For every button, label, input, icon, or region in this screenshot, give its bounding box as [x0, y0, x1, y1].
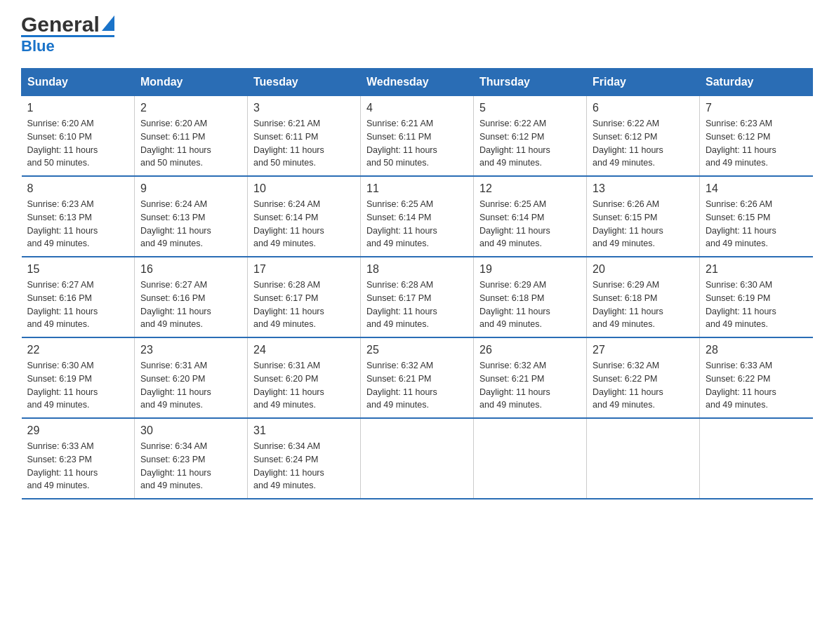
sunrise-label: Sunrise: 6:20 AM [27, 119, 94, 128]
sunrise-label: Sunrise: 6:25 AM [479, 199, 546, 209]
daylight-label: Daylight: 11 hours [140, 387, 211, 397]
calendar-day-cell: 10 Sunrise: 6:24 AM Sunset: 6:14 PM Dayl… [248, 176, 361, 257]
sunset-label: Sunset: 6:15 PM [593, 213, 657, 222]
calendar-day-cell: 24 Sunrise: 6:31 AM Sunset: 6:20 PM Dayl… [248, 337, 361, 418]
daylight-label: Daylight: 11 hours [366, 226, 437, 236]
sunset-label: Sunset: 6:22 PM [593, 374, 657, 384]
day-info: Sunrise: 6:20 AM Sunset: 6:10 PM Dayligh… [27, 117, 129, 170]
day-number: 21 [706, 263, 807, 276]
day-number: 7 [706, 102, 807, 114]
daylight-cont: and 49 minutes. [27, 481, 90, 490]
day-number: 16 [140, 263, 241, 276]
sunrise-label: Sunrise: 6:23 AM [706, 119, 772, 128]
daylight-label: Daylight: 11 hours [253, 468, 324, 478]
daylight-cont: and 49 minutes. [253, 239, 316, 248]
svg-marker-0 [102, 15, 114, 31]
day-info: Sunrise: 6:25 AM Sunset: 6:14 PM Dayligh… [366, 198, 468, 250]
calendar-day-cell: 9 Sunrise: 6:24 AM Sunset: 6:13 PM Dayli… [135, 176, 248, 257]
day-info: Sunrise: 6:31 AM Sunset: 6:20 PM Dayligh… [253, 359, 355, 412]
day-info: Sunrise: 6:33 AM Sunset: 6:23 PM Dayligh… [27, 440, 129, 492]
daylight-cont: and 49 minutes. [479, 400, 542, 410]
day-number: 28 [706, 344, 807, 356]
day-of-week-header: Wednesday [361, 69, 474, 96]
day-number: 27 [593, 344, 694, 356]
daylight-cont: and 49 minutes. [479, 239, 542, 248]
daylight-cont: and 49 minutes. [27, 319, 90, 329]
day-info: Sunrise: 6:32 AM Sunset: 6:21 PM Dayligh… [366, 359, 468, 412]
daylight-label: Daylight: 11 hours [27, 468, 98, 478]
page-header: General Blue [21, 14, 813, 54]
day-number: 24 [253, 344, 355, 356]
daylight-cont: and 49 minutes. [706, 400, 768, 410]
sunrise-label: Sunrise: 6:27 AM [140, 280, 207, 290]
logo: General Blue [21, 14, 114, 54]
calendar-day-cell: 22 Sunrise: 6:30 AM Sunset: 6:19 PM Dayl… [22, 337, 135, 418]
sunset-label: Sunset: 6:16 PM [27, 293, 92, 303]
daylight-cont: and 49 minutes. [593, 319, 655, 329]
daylight-label: Daylight: 11 hours [706, 145, 776, 155]
day-info: Sunrise: 6:21 AM Sunset: 6:11 PM Dayligh… [366, 117, 468, 170]
daylight-cont: and 49 minutes. [27, 239, 90, 248]
daylight-label: Daylight: 11 hours [593, 307, 663, 316]
daylight-cont: and 49 minutes. [366, 239, 429, 248]
daylight-label: Daylight: 11 hours [253, 387, 324, 397]
day-number: 18 [366, 263, 468, 276]
calendar-day-cell: 14 Sunrise: 6:26 AM Sunset: 6:15 PM Dayl… [700, 176, 813, 257]
daylight-label: Daylight: 11 hours [140, 307, 211, 316]
sunrise-label: Sunrise: 6:26 AM [706, 199, 772, 209]
sunrise-label: Sunrise: 6:24 AM [140, 199, 207, 209]
day-info: Sunrise: 6:30 AM Sunset: 6:19 PM Dayligh… [706, 279, 807, 331]
day-info: Sunrise: 6:32 AM Sunset: 6:22 PM Dayligh… [593, 359, 694, 412]
sunset-label: Sunset: 6:17 PM [366, 293, 431, 303]
sunset-label: Sunset: 6:14 PM [366, 213, 431, 222]
daylight-cont: and 50 minutes. [140, 158, 203, 168]
calendar-day-cell: 1 Sunrise: 6:20 AM Sunset: 6:10 PM Dayli… [22, 96, 135, 177]
day-info: Sunrise: 6:22 AM Sunset: 6:12 PM Dayligh… [479, 117, 581, 170]
days-of-week-row: SundayMondayTuesdayWednesdayThursdayFrid… [22, 69, 813, 96]
day-info: Sunrise: 6:23 AM Sunset: 6:12 PM Dayligh… [706, 117, 807, 170]
daylight-label: Daylight: 11 hours [140, 145, 211, 155]
daylight-label: Daylight: 11 hours [27, 145, 98, 155]
daylight-label: Daylight: 11 hours [479, 145, 550, 155]
calendar-week-row: 15 Sunrise: 6:27 AM Sunset: 6:16 PM Dayl… [22, 257, 813, 337]
sunset-label: Sunset: 6:19 PM [27, 374, 92, 384]
sunset-label: Sunset: 6:17 PM [253, 293, 318, 303]
sunrise-label: Sunrise: 6:34 AM [253, 441, 320, 451]
day-number: 2 [140, 102, 241, 114]
calendar-day-cell: 29 Sunrise: 6:33 AM Sunset: 6:23 PM Dayl… [22, 418, 135, 499]
day-info: Sunrise: 6:27 AM Sunset: 6:16 PM Dayligh… [27, 279, 129, 331]
sunset-label: Sunset: 6:22 PM [706, 374, 770, 384]
day-number: 8 [27, 182, 129, 195]
daylight-cont: and 49 minutes. [366, 400, 429, 410]
sunrise-label: Sunrise: 6:31 AM [253, 361, 320, 370]
sunrise-label: Sunrise: 6:26 AM [593, 199, 659, 209]
calendar-day-cell: 16 Sunrise: 6:27 AM Sunset: 6:16 PM Dayl… [135, 257, 248, 337]
daylight-cont: and 50 minutes. [253, 158, 316, 168]
daylight-label: Daylight: 11 hours [140, 226, 211, 236]
sunrise-label: Sunrise: 6:21 AM [253, 119, 320, 128]
daylight-label: Daylight: 11 hours [27, 387, 98, 397]
sunset-label: Sunset: 6:24 PM [253, 455, 318, 464]
day-info: Sunrise: 6:29 AM Sunset: 6:18 PM Dayligh… [479, 279, 581, 331]
calendar-day-cell: 30 Sunrise: 6:34 AM Sunset: 6:23 PM Dayl… [135, 418, 248, 499]
day-of-week-header: Monday [135, 69, 248, 96]
sunrise-label: Sunrise: 6:34 AM [140, 441, 207, 451]
sunrise-label: Sunrise: 6:29 AM [479, 280, 546, 290]
day-number: 25 [366, 344, 468, 356]
calendar-day-cell: 17 Sunrise: 6:28 AM Sunset: 6:17 PM Dayl… [248, 257, 361, 337]
calendar-day-cell: 27 Sunrise: 6:32 AM Sunset: 6:22 PM Dayl… [587, 337, 700, 418]
sunrise-label: Sunrise: 6:24 AM [253, 199, 320, 209]
calendar-day-cell: 4 Sunrise: 6:21 AM Sunset: 6:11 PM Dayli… [361, 96, 474, 177]
sunset-label: Sunset: 6:12 PM [593, 132, 657, 142]
sunrise-label: Sunrise: 6:32 AM [479, 361, 546, 370]
day-number: 30 [140, 424, 241, 437]
daylight-cont: and 49 minutes. [593, 158, 655, 168]
calendar-day-cell: 18 Sunrise: 6:28 AM Sunset: 6:17 PM Dayl… [361, 257, 474, 337]
sunset-label: Sunset: 6:20 PM [253, 374, 318, 384]
daylight-label: Daylight: 11 hours [706, 226, 776, 236]
day-number: 5 [479, 102, 581, 114]
daylight-cont: and 49 minutes. [253, 319, 316, 329]
sunrise-label: Sunrise: 6:22 AM [593, 119, 659, 128]
sunset-label: Sunset: 6:12 PM [479, 132, 544, 142]
daylight-label: Daylight: 11 hours [593, 145, 663, 155]
